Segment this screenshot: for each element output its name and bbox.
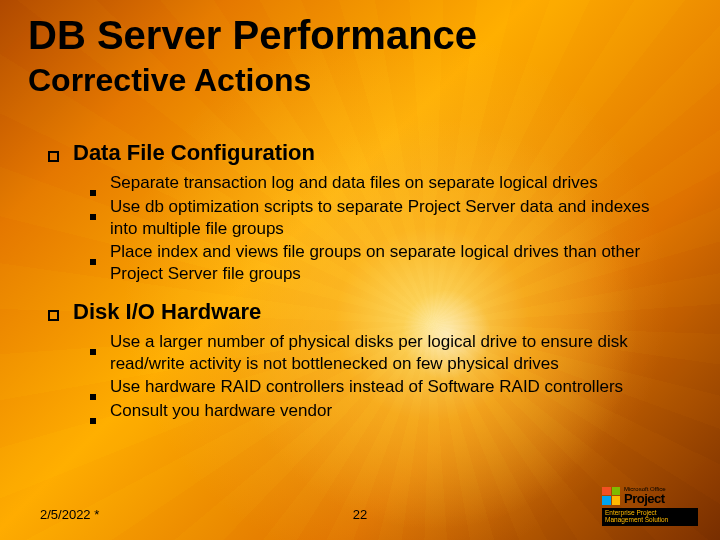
bullet-square-filled-icon	[90, 190, 96, 196]
list-item-text: Separate transaction log and data files …	[110, 172, 598, 194]
section-disk-io-hardware: Disk I/O Hardware Use a larger number of…	[48, 299, 680, 422]
list-item: Use hardware RAID controllers instead of…	[90, 376, 680, 398]
list-item-text: Use db optimization scripts to separate …	[110, 196, 680, 240]
list-item-text: Use hardware RAID controllers instead of…	[110, 376, 623, 398]
list-item: Use db optimization scripts to separate …	[90, 196, 680, 240]
section-heading: Data File Configuration	[73, 140, 315, 166]
content-body: Data File Configuration Separate transac…	[48, 140, 680, 436]
bullet-square-filled-icon	[90, 214, 96, 220]
list-item: Place index and views file groups on sep…	[90, 241, 680, 285]
slide: DB Server Performance Corrective Actions…	[0, 0, 720, 540]
section-data-file-config: Data File Configuration Separate transac…	[48, 140, 680, 285]
slide-title: DB Server Performance	[28, 14, 477, 56]
section-heading: Disk I/O Hardware	[73, 299, 261, 325]
bullet-square-filled-icon	[90, 259, 96, 265]
footer-date: 2/5/2022 *	[40, 507, 99, 522]
bullet-square-outline-icon	[48, 310, 59, 321]
bullet-square-filled-icon	[90, 349, 96, 355]
bullet-square-filled-icon	[90, 394, 96, 400]
logo-product: Project	[624, 492, 666, 505]
list-item-text: Place index and views file groups on sep…	[110, 241, 680, 285]
slide-subtitle: Corrective Actions	[28, 62, 311, 99]
microsoft-icon	[602, 487, 620, 505]
list-item-text: Consult you hardware vendor	[110, 400, 332, 422]
logo-tagline-line2: Management Solution	[605, 516, 668, 523]
list-item: Consult you hardware vendor	[90, 400, 680, 422]
bullet-square-filled-icon	[90, 418, 96, 424]
list-item: Use a larger number of physical disks pe…	[90, 331, 680, 375]
logo-tagline: Enterprise Project Management Solution	[602, 508, 698, 526]
bullet-square-outline-icon	[48, 151, 59, 162]
list-item: Separate transaction log and data files …	[90, 172, 680, 194]
ms-project-logo: Microsoft Office Project Enterprise Proj…	[602, 486, 698, 526]
footer-page-number: 22	[353, 507, 367, 522]
list-item-text: Use a larger number of physical disks pe…	[110, 331, 680, 375]
